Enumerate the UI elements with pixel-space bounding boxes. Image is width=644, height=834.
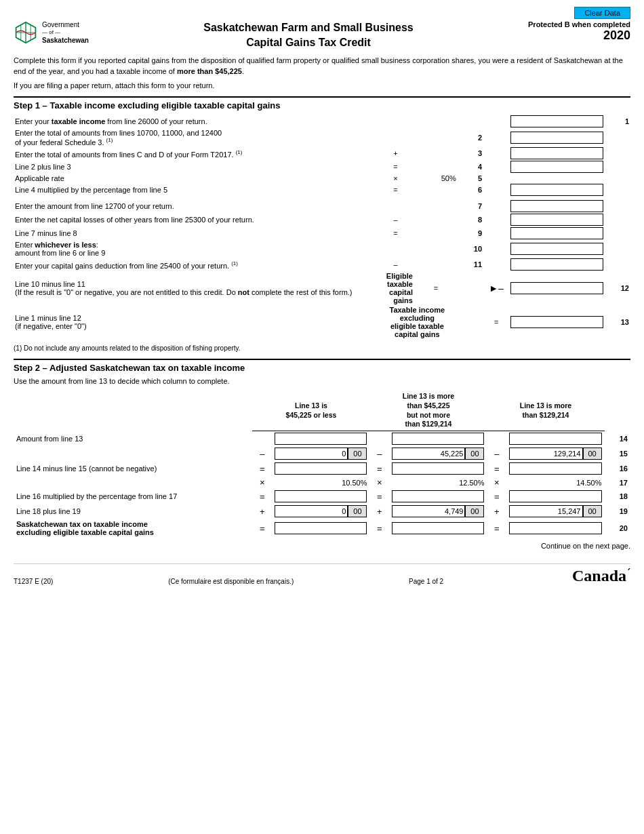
continue-text: Continue on the next page.: [14, 542, 630, 550]
line18-label: Line 16 multiplied by the percentage fro…: [14, 489, 252, 504]
line7-arrow: [483, 199, 509, 213]
line18-col1-op: =: [252, 489, 272, 504]
line11-op: –: [377, 258, 414, 271]
table-row: Applicable rate × 50% 5: [14, 174, 630, 183]
line3-op: +: [377, 146, 414, 160]
line17-col3-op: ×: [487, 476, 506, 489]
table-row: Line 2 plus line 3 = 4: [14, 160, 630, 174]
line7-spacer: [605, 199, 630, 213]
line11-rate: [414, 258, 458, 271]
line13-op: =: [483, 305, 509, 339]
intro-paragraph: Complete this form if you reported capit…: [14, 55, 630, 77]
line20-col3-input[interactable]: [509, 522, 601, 534]
step2-title: Step 2 – Adjusted Saskatchewan tax on ta…: [14, 359, 630, 373]
line16-col1-op: =: [252, 461, 272, 476]
line11-arrow: [483, 258, 509, 271]
line19-num: 19: [605, 504, 631, 519]
line19-col1-op: +: [252, 504, 272, 519]
line8-spacer: [605, 213, 630, 226]
line12-arrow: ►–: [483, 271, 509, 305]
line18-col2-input[interactable]: [392, 490, 484, 502]
line15-col2-op: –: [369, 446, 389, 461]
line18-num: 18: [605, 489, 631, 504]
line17-col2-rate: 12.50%: [389, 476, 487, 489]
line15-label: [14, 446, 252, 461]
line11-spacer: [605, 258, 630, 271]
line12-eligible-label: Eligible taxablecapital gains: [377, 271, 414, 305]
line14-col3-op: [487, 431, 506, 447]
line7-input[interactable]: [510, 200, 603, 212]
line2-input[interactable]: [510, 132, 603, 144]
step1-title: Step 1 – Taxable income excluding eligib…: [14, 96, 630, 111]
line13-input[interactable]: [510, 316, 603, 328]
line1-arrow: [483, 115, 509, 128]
line3-input[interactable]: [510, 147, 603, 159]
line17-col1-op: ×: [252, 476, 272, 489]
line8-rate: [414, 213, 458, 226]
line12-input[interactable]: [510, 282, 603, 294]
line15-col2-value: 45,225 00: [389, 446, 487, 461]
line16-col1-input[interactable]: [275, 462, 367, 475]
line16-num: 16: [605, 461, 631, 476]
line20-col1-input[interactable]: [275, 522, 367, 534]
line1-input[interactable]: [510, 115, 603, 127]
line14-col2-input[interactable]: [392, 433, 484, 445]
line1-spacer: [458, 115, 483, 128]
line4-spacer: [605, 160, 630, 174]
line13-spacer: [458, 305, 483, 339]
step2-table: Line 13 is $45,225 or less Line 13 is mo…: [14, 391, 630, 538]
line18-col1-input[interactable]: [275, 490, 367, 502]
line7-label: Enter the amount from line 12700 of your…: [14, 199, 377, 213]
table-row: Enter the net capital losses of other ye…: [14, 213, 630, 226]
line15-col1-value: 0 00: [272, 446, 369, 461]
line2-arrow: [483, 128, 509, 147]
step2-header-row: Line 13 is $45,225 or less Line 13 is mo…: [14, 391, 630, 431]
line5-rate: 50%: [414, 174, 458, 183]
line4-rate: [414, 160, 458, 174]
line14-col1-input[interactable]: [275, 433, 367, 445]
table-row: Enter your taxable income from line 2600…: [14, 115, 630, 128]
line20-col2-input[interactable]: [392, 522, 484, 534]
line8-input[interactable]: [510, 214, 603, 226]
line16-col2-input[interactable]: [392, 462, 484, 475]
table-row: Line 4 multiplied by the percentage from…: [14, 183, 630, 197]
line1-rate: [414, 115, 458, 128]
attach-text: If you are filing a paper return, attach…: [14, 81, 630, 90]
line5-num: 5: [458, 174, 483, 183]
line18-col3-input[interactable]: [509, 490, 601, 502]
line20-num: 20: [605, 519, 631, 538]
line20-col1-op: =: [252, 519, 272, 538]
line9-op: =: [377, 226, 414, 240]
line16-label: Line 14 minus line 15 (cannot be negativ…: [14, 461, 252, 476]
line2-num: 2: [458, 128, 483, 147]
line4-num: 4: [458, 160, 483, 174]
line20-label: Saskatchewan tax on taxable incomeexclud…: [14, 519, 252, 538]
protected-label: Protected B when completed: [528, 20, 630, 28]
line4-input[interactable]: [510, 161, 603, 173]
line17-label: [14, 476, 252, 489]
line2-label: Enter the total of amounts from lines 10…: [14, 128, 377, 147]
step2-col3-header: Line 13 is more than $129,214: [487, 391, 604, 431]
step2-col2-header: Line 13 is more than $45,225 but not mor…: [369, 391, 487, 431]
line19-col3-op: +: [487, 504, 506, 519]
line3-spacer: [605, 146, 630, 160]
line10-input[interactable]: [510, 243, 603, 255]
line12-label: Line 10 minus line 11 (If the result is …: [14, 271, 377, 305]
line16-col3-input[interactable]: [509, 462, 601, 475]
line9-input[interactable]: [510, 227, 603, 239]
year-label: 2020: [522, 28, 630, 43]
line13-num: 13: [605, 305, 630, 339]
table-row: – 0 00 – 45,225 00 – 129,214 00: [14, 446, 630, 461]
line15-col3-value: 129,214 00: [506, 446, 604, 461]
line6-input[interactable]: [510, 184, 603, 196]
line11-input[interactable]: [510, 258, 603, 271]
table-row: Enter whichever is less:amount from line…: [14, 240, 630, 258]
line14-col3-input[interactable]: [509, 433, 601, 445]
line6-spacer: [605, 183, 630, 197]
line5-spacer: [605, 174, 630, 183]
clear-data-button[interactable]: Clear Data: [574, 7, 630, 19]
line12-spacer: [458, 271, 483, 305]
line2-spacer: [605, 128, 630, 147]
line15-num: 15: [605, 446, 631, 461]
form-title-area: Saskatchewan Farm and Small Business Cap…: [95, 20, 522, 51]
